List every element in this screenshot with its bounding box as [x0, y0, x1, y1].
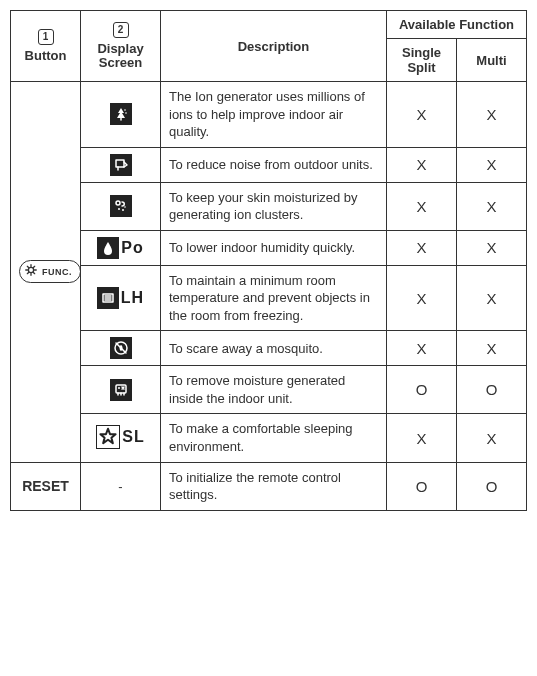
table-row: PoTo lower indoor humidity quickly.XX [11, 230, 527, 265]
display-cell [81, 366, 161, 414]
svg-point-2 [125, 113, 127, 115]
button-cell-reset: RESET [11, 462, 81, 510]
table-row: To scare away a mosquito.XX [11, 331, 527, 366]
header-display: 2 Display Screen [81, 11, 161, 82]
single-split-cell: X [387, 414, 457, 462]
display-cell: SL [81, 414, 161, 462]
sleep-icon [96, 425, 120, 449]
multi-cell: X [457, 147, 527, 182]
single-split-cell: X [387, 82, 457, 148]
description-cell: To keep your skin moisturized by generat… [161, 182, 387, 230]
header-display-num: 2 [113, 22, 129, 38]
svg-point-7 [124, 206, 126, 208]
svg-point-1 [124, 110, 126, 112]
noise-icon [110, 154, 132, 176]
single-split-cell: X [387, 331, 457, 366]
table-row: LHTo maintain a minimum room temperature… [11, 265, 527, 331]
svg-point-5 [118, 208, 120, 210]
display-cell: - [81, 462, 161, 510]
table-row: To remove moisture generated inside the … [11, 366, 527, 414]
description-cell: To reduce noise from outdoor units. [161, 147, 387, 182]
display-cell [81, 147, 161, 182]
description-cell: To maintain a minimum room temperature a… [161, 265, 387, 331]
svg-point-6 [122, 209, 124, 211]
table-row: FUNC.The Ion generator uses millions of … [11, 82, 527, 148]
display-cell [81, 331, 161, 366]
multi-cell: X [457, 82, 527, 148]
header-button-num: 1 [38, 29, 54, 45]
dry-icon [110, 379, 132, 401]
description-cell: To make a comfortable sleeping environme… [161, 414, 387, 462]
description-cell: To scare away a mosquito. [161, 331, 387, 366]
multi-cell: X [457, 182, 527, 230]
multi-cell: X [457, 265, 527, 331]
header-available-function: Available Function [387, 11, 527, 39]
table-row: To reduce noise from outdoor units.XX [11, 147, 527, 182]
svg-point-11 [118, 387, 120, 389]
svg-point-4 [116, 201, 120, 205]
multi-cell: O [457, 462, 527, 510]
single-split-cell: O [387, 366, 457, 414]
display-cell [81, 82, 161, 148]
table-row-reset: RESET-To initialize the remote control s… [11, 462, 527, 510]
table-row: SLTo make a comfortable sleeping environ… [11, 414, 527, 462]
func-button-label: FUNC. [42, 267, 72, 277]
function-table: 1 Button 2 Display Screen Description Av… [10, 10, 527, 511]
description-cell: To remove moisture generated inside the … [161, 366, 387, 414]
multi-cell: X [457, 331, 527, 366]
header-single-split: Single Split [387, 39, 457, 82]
header-display-label: Display Screen [89, 42, 152, 71]
single-split-cell: O [387, 462, 457, 510]
display-side-text: SL [122, 428, 144, 446]
multi-cell: X [457, 230, 527, 265]
multi-cell: O [457, 366, 527, 414]
moisturize-icon [110, 195, 132, 217]
description-cell: To initialize the remote control setting… [161, 462, 387, 510]
gear-icon [24, 263, 38, 280]
header-multi: Multi [457, 39, 527, 82]
display-side-text: Po [121, 239, 143, 257]
mosquito-icon [110, 337, 132, 359]
single-split-cell: X [387, 182, 457, 230]
ion-icon [110, 103, 132, 125]
drop-icon [97, 237, 119, 259]
display-cell [81, 182, 161, 230]
single-split-cell: X [387, 230, 457, 265]
lh-icon [97, 287, 119, 309]
func-button: FUNC. [19, 260, 81, 283]
description-cell: The Ion generator uses millions of ions … [161, 82, 387, 148]
header-description: Description [161, 11, 387, 82]
single-split-cell: X [387, 265, 457, 331]
svg-rect-3 [116, 160, 124, 167]
multi-cell: X [457, 414, 527, 462]
header-button: 1 Button [11, 11, 81, 82]
button-cell-func: FUNC. [11, 82, 81, 463]
display-side-text: LH [121, 289, 144, 307]
single-split-cell: X [387, 147, 457, 182]
display-cell: Po [81, 230, 161, 265]
header-button-label: Button [25, 49, 67, 63]
table-row: To keep your skin moisturized by generat… [11, 182, 527, 230]
description-cell: To lower indoor humidity quickly. [161, 230, 387, 265]
display-cell: LH [81, 265, 161, 331]
svg-point-0 [28, 268, 33, 273]
